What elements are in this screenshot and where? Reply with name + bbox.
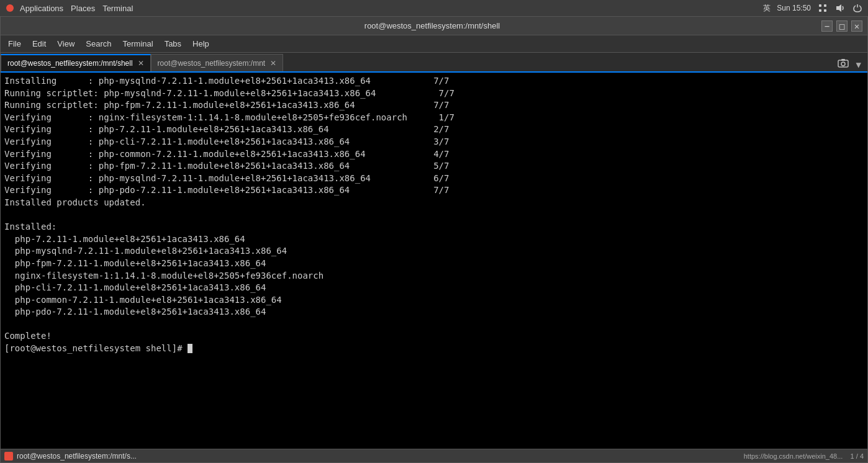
places-menu[interactable]: Places (68, 4, 97, 13)
network-icon[interactable] (817, 2, 828, 14)
tab-1[interactable]: root@westos_netfilesystem:/mnt✕ (151, 54, 284, 71)
screenshot-button[interactable] (835, 57, 851, 71)
tabs-dropdown-button[interactable]: ▼ (854, 58, 864, 71)
maximize-button[interactable]: □ (836, 20, 848, 32)
taskbar-icon (4, 452, 13, 461)
app-logo-icon (5, 3, 15, 13)
minimize-button[interactable]: − (821, 20, 833, 32)
window-controls: − □ ✕ (821, 20, 862, 32)
menu-bar: FileEditViewSearchTerminalTabsHelp (1, 35, 867, 53)
terminal-content[interactable]: Installing : php-mysqlnd-7.2.11-1.module… (1, 73, 867, 449)
tab-close-0[interactable]: ✕ (138, 59, 144, 68)
system-bar: Applications Places Terminal 英 Sun 15:50 (0, 0, 868, 16)
tabs-actions: ▼ (831, 57, 867, 71)
terminal-window: root@westos_netfilesystem:/mnt/shell − □… (0, 16, 868, 463)
svg-rect-2 (819, 9, 821, 12)
clock: Sun 15:50 (777, 4, 811, 12)
status-bar: root@westos_netfilesystem:/mnt/s... http… (1, 449, 867, 462)
close-button[interactable]: ✕ (851, 20, 862, 32)
svg-rect-7 (841, 59, 845, 61)
window-title: root@westos_netfilesystem:/mnt/shell (43, 21, 821, 30)
tab-close-1[interactable]: ✕ (270, 59, 276, 68)
menu-item-view[interactable]: View (52, 37, 79, 50)
terminal-menu[interactable]: Terminal (100, 4, 135, 13)
svg-rect-0 (819, 4, 821, 7)
page-count: 1 / 4 (851, 452, 864, 460)
menu-item-search[interactable]: Search (81, 37, 116, 50)
system-bar-left: Applications Places Terminal (5, 3, 135, 13)
svg-rect-1 (824, 4, 826, 7)
svg-rect-3 (824, 9, 826, 12)
status-right: https://blog.csdn.net/weixin_48... 1 / 4 (744, 452, 864, 460)
svg-point-6 (841, 62, 845, 66)
menu-item-terminal[interactable]: Terminal (118, 37, 158, 50)
tab-label-0: root@westos_netfilesystem:/mnt/shell (7, 59, 133, 68)
tabs-bar: root@westos_netfilesystem:/mnt/shell✕roo… (1, 53, 867, 73)
window-titlebar: root@westos_netfilesystem:/mnt/shell − □… (1, 17, 867, 35)
menu-item-file[interactable]: File (3, 37, 26, 50)
power-icon[interactable] (852, 2, 863, 14)
url-info: https://blog.csdn.net/weixin_48... (744, 452, 843, 460)
cursor (188, 344, 192, 353)
tab-label-1: root@westos_netfilesystem:/mnt (158, 59, 266, 68)
volume-icon[interactable] (834, 2, 846, 14)
taskbar-label: root@westos_netfilesystem:/mnt/s... (17, 452, 137, 461)
menu-item-tabs[interactable]: Tabs (160, 37, 186, 50)
language-indicator[interactable]: 英 (763, 3, 771, 14)
menu-item-edit[interactable]: Edit (27, 37, 51, 50)
system-bar-right: 英 Sun 15:50 (763, 2, 863, 14)
menu-item-help[interactable]: Help (188, 37, 214, 50)
svg-marker-4 (836, 4, 841, 12)
applications-menu[interactable]: Applications (17, 4, 66, 13)
tab-0[interactable]: root@westos_netfilesystem:/mnt/shell✕ (1, 54, 151, 71)
status-left: root@westos_netfilesystem:/mnt/s... (4, 452, 137, 461)
